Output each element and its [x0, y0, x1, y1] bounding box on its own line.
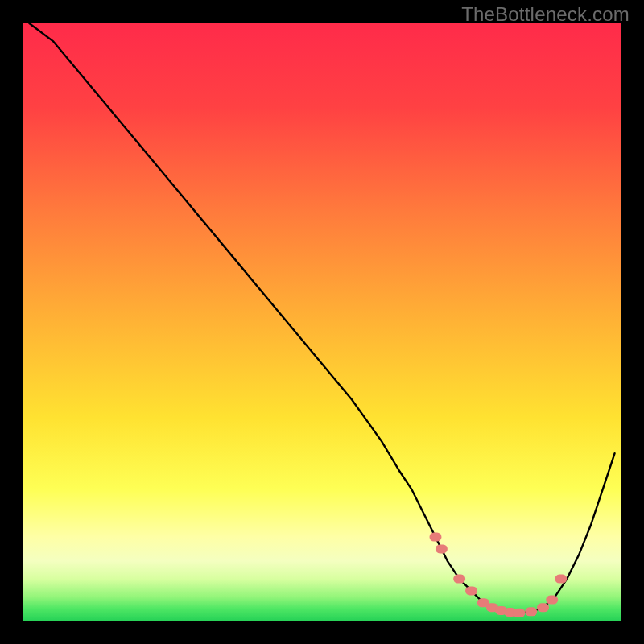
plot-area — [23, 23, 621, 621]
marker-dot — [429, 533, 441, 542]
marker-dot — [537, 603, 549, 612]
marker-dot — [513, 609, 525, 617]
highlighted-markers — [429, 533, 567, 617]
marker-dot — [453, 575, 465, 584]
bottleneck-curve — [29, 23, 614, 613]
marker-dot — [465, 586, 477, 595]
marker-dot — [555, 575, 567, 584]
chart-frame: TheBottleneck.com — [0, 0, 644, 644]
marker-dot — [436, 544, 448, 553]
marker-dot — [525, 607, 537, 616]
curve-layer — [23, 23, 621, 621]
watermark-text: TheBottleneck.com — [461, 3, 630, 26]
marker-dot — [546, 596, 558, 605]
